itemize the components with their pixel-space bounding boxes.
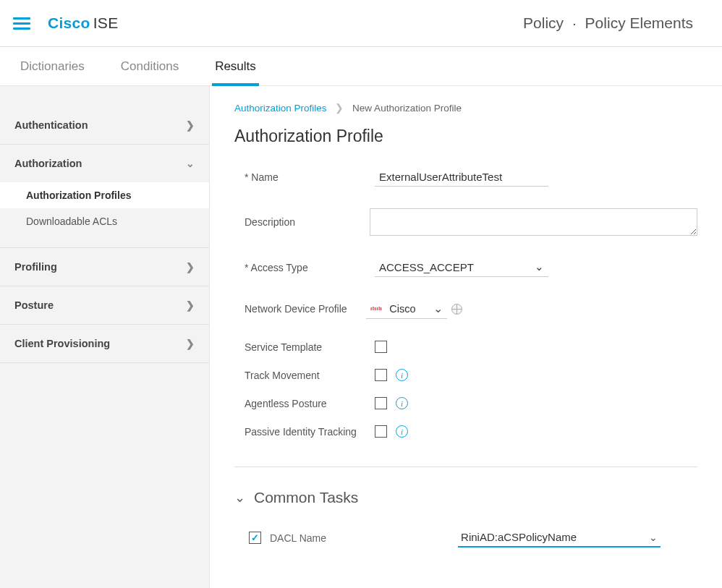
ndp-label: Network Device Profile <box>245 303 366 315</box>
sidebar-item-downloadable-acls[interactable]: Downloadable ACLs <box>0 208 209 234</box>
passive-identity-label: Passive Identity Tracking <box>245 426 375 438</box>
sidebar-label-profiling: Profiling <box>14 261 57 273</box>
breadcrumb-parent-link[interactable]: Authorization Profiles <box>234 103 327 114</box>
info-icon[interactable]: i <box>396 425 408 438</box>
section-title: Common Tasks <box>254 489 358 506</box>
tab-dictionaries[interactable]: Dictionaries <box>20 47 85 85</box>
dacl-name-select[interactable]: RiniAD:aCSPolicyName ⌄ <box>458 528 661 547</box>
brand-ise: ISE <box>93 14 119 31</box>
sidebar-label-authentication: Authentication <box>14 119 88 131</box>
sidebar-item-client-provisioning[interactable]: Client Provisioning ❯ <box>0 325 209 362</box>
sidebar-item-profiling[interactable]: Profiling ❯ <box>0 248 209 286</box>
sidebar-label-posture: Posture <box>14 299 54 311</box>
page-title: Authorization Profile <box>234 127 697 146</box>
description-input[interactable] <box>370 208 697 236</box>
access-type-select[interactable]: ACCESS_ACCEPT ⌄ <box>375 257 548 277</box>
sidebar-item-authorization-profiles[interactable]: Authorization Profiles <box>0 182 209 208</box>
service-template-checkbox[interactable] <box>375 341 387 353</box>
cisco-logo-icon: ılıılı <box>370 305 382 312</box>
sidebar-item-posture[interactable]: Posture ❯ <box>0 286 209 324</box>
dacl-name-checkbox[interactable] <box>249 532 261 544</box>
name-input[interactable] <box>375 168 548 187</box>
brand-cisco: Cisco <box>48 14 90 31</box>
sidebar-label-client-provisioning: Client Provisioning <box>14 338 110 349</box>
divider <box>234 466 697 467</box>
grid-icon[interactable] <box>451 304 462 315</box>
track-movement-label: Track Movement <box>245 370 375 381</box>
sidebar: Authentication ❯ Authorization ⌄ Authori… <box>0 86 210 588</box>
brand-logo: CiscoISE <box>48 14 118 32</box>
top-breadcrumb: Policy · Policy Elements <box>523 14 693 32</box>
menu-icon[interactable] <box>13 14 30 33</box>
agentless-posture-checkbox[interactable] <box>375 397 387 409</box>
track-movement-checkbox[interactable] <box>375 369 387 381</box>
passive-identity-checkbox[interactable] <box>375 425 387 438</box>
name-label: * Name <box>245 171 375 183</box>
chevron-right-icon: ❯ <box>186 119 195 131</box>
agentless-posture-label: Agentless Posture <box>245 398 375 409</box>
chevron-down-icon: ⌄ <box>186 158 195 169</box>
chevron-down-icon: ⌄ <box>234 490 245 506</box>
main-content: Authorization Profiles ❯ New Authorizati… <box>210 86 722 588</box>
info-icon[interactable]: i <box>396 397 408 409</box>
description-label: Description <box>245 216 370 228</box>
chevron-right-icon: ❯ <box>186 299 195 311</box>
sidebar-item-authorization[interactable]: Authorization ⌄ <box>0 145 209 182</box>
chevron-down-icon: ⌄ <box>535 260 544 273</box>
info-icon[interactable]: i <box>396 369 408 381</box>
breadcrumb-policy[interactable]: Policy <box>523 14 564 31</box>
ndp-value: Cisco <box>389 303 415 315</box>
access-type-label: * Access Type <box>245 262 375 273</box>
service-template-label: Service Template <box>245 341 375 353</box>
sidebar-label-authorization: Authorization <box>14 158 82 169</box>
breadcrumb-chevron-icon: ❯ <box>335 103 344 114</box>
tab-results[interactable]: Results <box>215 47 256 85</box>
chevron-right-icon: ❯ <box>186 261 195 273</box>
sidebar-item-authentication[interactable]: Authentication ❯ <box>0 106 209 144</box>
chevron-down-icon: ⌄ <box>433 302 443 315</box>
breadcrumb-separator: · <box>568 14 581 31</box>
access-type-value: ACCESS_ACCEPT <box>379 261 474 273</box>
ndp-select[interactable]: ılıılı Cisco ⌄ <box>366 299 447 319</box>
dacl-name-value: RiniAD:aCSPolicyName <box>461 531 577 543</box>
section-common-tasks[interactable]: ⌄ Common Tasks <box>234 489 697 506</box>
chevron-right-icon: ❯ <box>186 338 195 349</box>
breadcrumb: Authorization Profiles ❯ New Authorizati… <box>234 102 697 114</box>
breadcrumb-policy-elements[interactable]: Policy Elements <box>585 14 693 31</box>
breadcrumb-current: New Authorization Profile <box>352 103 462 114</box>
tab-conditions[interactable]: Conditions <box>121 47 179 85</box>
dacl-name-label: DACL Name <box>270 532 326 544</box>
chevron-down-icon: ⌄ <box>649 532 658 543</box>
